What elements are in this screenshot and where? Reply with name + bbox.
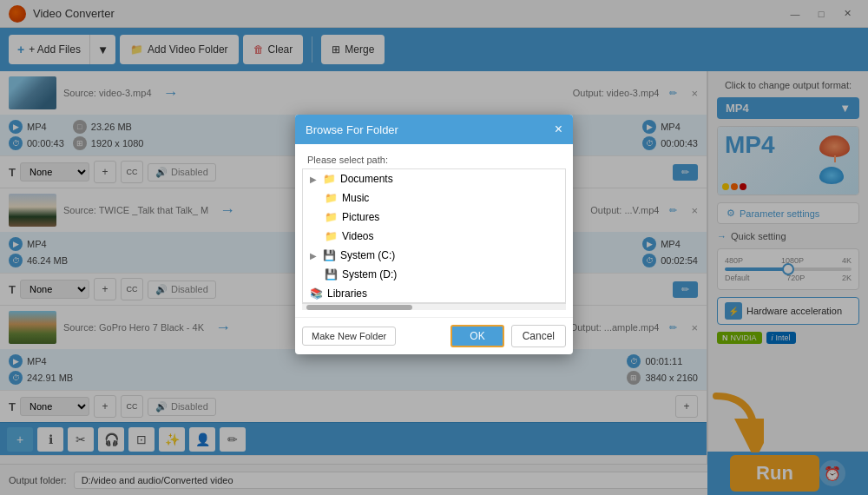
- tree-label-music: Music: [342, 192, 369, 204]
- tree-label-system-c: System (C:): [340, 249, 395, 261]
- modal-overlay: Browse For Folder × Please select path: …: [0, 0, 868, 495]
- tree-label-system-d: System (D:): [342, 268, 397, 280]
- tree-item-system-c[interactable]: ▶ 💾 System (C:): [303, 246, 565, 265]
- tree-label-documents: Documents: [340, 173, 393, 185]
- modal-footer: Make New Folder OK Cancel: [295, 317, 573, 354]
- tree-arrow: ▶: [310, 175, 317, 184]
- scroll-thumb: [306, 305, 412, 310]
- folder-icon: 📁: [325, 230, 338, 242]
- drive-icon: 💾: [325, 268, 338, 280]
- tree-label-pictures: Pictures: [342, 211, 379, 223]
- tree-item-music[interactable]: 📁 Music: [303, 188, 565, 208]
- tree-arrow: ▶: [310, 251, 317, 261]
- tree-item-documents[interactable]: ▶ 📁 Documents: [303, 169, 565, 188]
- folder-icon: 📁: [325, 192, 338, 204]
- make-new-folder-button[interactable]: Make New Folder: [302, 327, 396, 346]
- drive-icon: 💾: [323, 249, 336, 261]
- tree-item-pictures[interactable]: 📁 Pictures: [303, 208, 565, 227]
- modal-header: Browse For Folder ×: [295, 115, 573, 144]
- tree-item-system-d[interactable]: 💾 System (D:): [303, 265, 565, 284]
- modal-close-button[interactable]: ×: [555, 122, 562, 137]
- folder-tree: ▶ 📁 Documents 📁 Music 📁 Pictures 📁: [302, 168, 566, 303]
- tree-label-videos: Videos: [342, 230, 373, 242]
- modal-action-buttons: OK Cancel: [450, 325, 566, 347]
- tree-label-libraries: Libraries: [327, 287, 367, 300]
- horizontal-scrollbar[interactable]: [302, 303, 566, 310]
- folder-icon: 📚: [310, 287, 323, 300]
- folder-icon: 📁: [325, 211, 338, 223]
- modal-ok-button[interactable]: OK: [450, 325, 503, 347]
- modal-title: Browse For Folder: [306, 123, 398, 136]
- tree-item-libraries[interactable]: 📚 Libraries: [303, 284, 565, 303]
- modal-body: Please select path: ▶ 📁 Documents 📁 Musi…: [295, 144, 573, 317]
- modal-path-label: Please select path:: [302, 151, 566, 168]
- modal-cancel-button[interactable]: Cancel: [511, 325, 566, 347]
- tree-item-videos[interactable]: 📁 Videos: [303, 227, 565, 246]
- folder-icon: 📁: [323, 173, 336, 185]
- browse-folder-dialog: Browse For Folder × Please select path: …: [295, 115, 573, 354]
